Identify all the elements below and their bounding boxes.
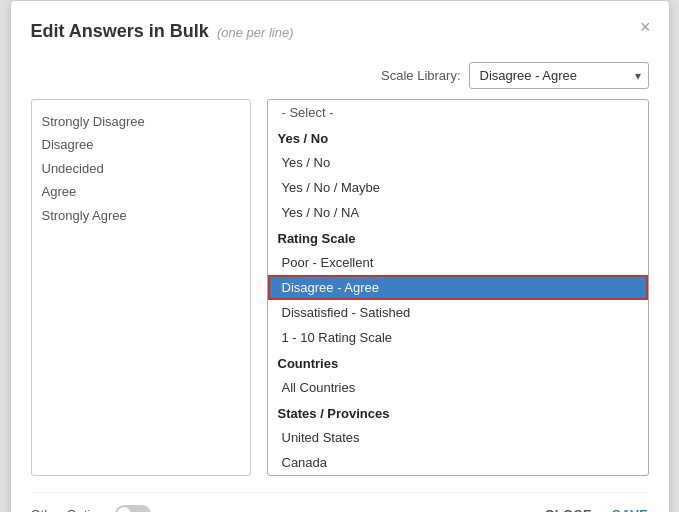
action-buttons: CLOSE SAVE xyxy=(545,507,649,513)
dropdown-item[interactable]: United States xyxy=(268,425,648,450)
main-body: Strongly DisagreeDisagreeUndecidedAgreeS… xyxy=(31,99,649,476)
answer-line: Agree xyxy=(42,180,240,203)
close-icon[interactable]: × xyxy=(640,17,651,38)
scale-library-row: Scale Library: Disagree - Agree ▾ xyxy=(31,62,649,89)
modal-title: Edit Answers in Bulk xyxy=(31,21,209,42)
scale-select-wrapper: Disagree - Agree ▾ xyxy=(469,62,649,89)
dropdown-placeholder[interactable]: - Select - xyxy=(268,100,648,125)
close-button[interactable]: CLOSE xyxy=(545,507,592,513)
answer-line: Undecided xyxy=(42,157,240,180)
dropdown-item[interactable]: Dissatisfied - Satished xyxy=(268,300,648,325)
answer-line: Strongly Agree xyxy=(42,204,240,227)
scale-library-label: Scale Library: xyxy=(381,68,460,83)
dropdown-section-header: Yes / No xyxy=(268,125,648,150)
toggle-knob xyxy=(117,507,131,512)
scale-dropdown-panel: - Select -Yes / NoYes / NoYes / No / May… xyxy=(267,99,649,476)
dropdown-item-selected[interactable]: Disagree - Agree xyxy=(268,275,648,300)
dropdown-item[interactable]: Canada xyxy=(268,450,648,475)
modal-subtitle: (one per line) xyxy=(217,25,294,40)
edit-answers-modal: Edit Answers in Bulk (one per line) × Sc… xyxy=(10,0,670,512)
other-option-label: Other Option xyxy=(31,507,105,513)
scale-select-display[interactable]: Disagree - Agree xyxy=(469,62,649,89)
answer-line: Strongly Disagree xyxy=(42,110,240,133)
dropdown-item[interactable]: Poor - Excellent xyxy=(268,250,648,275)
other-option-toggle[interactable] xyxy=(115,505,151,512)
dropdown-item[interactable]: Yes / No / Maybe xyxy=(268,175,648,200)
other-option-row: Other Option xyxy=(31,505,151,512)
modal-header: Edit Answers in Bulk (one per line) xyxy=(31,21,649,42)
dropdown-section-header: Rating Scale xyxy=(268,225,648,250)
dropdown-section-header: Countries xyxy=(268,350,648,375)
dropdown-item[interactable]: All Countries xyxy=(268,375,648,400)
answers-text-area[interactable]: Strongly DisagreeDisagreeUndecidedAgreeS… xyxy=(31,99,251,476)
dropdown-item[interactable]: 1 - 10 Rating Scale xyxy=(268,325,648,350)
dropdown-item[interactable]: Yes / No xyxy=(268,150,648,175)
dropdown-item[interactable]: Yes / No / NA xyxy=(268,200,648,225)
answer-line: Disagree xyxy=(42,133,240,156)
dropdown-section-header: States / Provinces xyxy=(268,400,648,425)
save-button[interactable]: SAVE xyxy=(612,507,648,513)
modal-footer: Other Option CLOSE SAVE xyxy=(31,492,649,512)
